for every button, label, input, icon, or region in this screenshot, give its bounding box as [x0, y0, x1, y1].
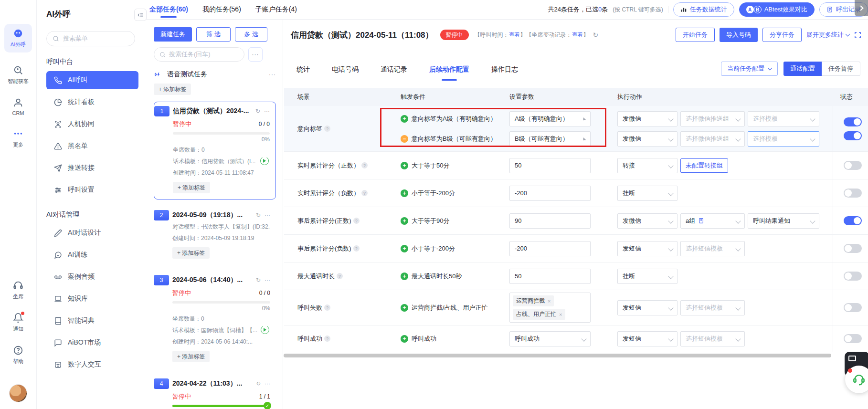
score-input[interactable]: [509, 186, 591, 201]
help-icon[interactable]: ?: [337, 273, 343, 279]
task-data-stats-button[interactable]: 任务数据统计: [673, 2, 734, 17]
sms-template-select[interactable]: 选择短信模板: [680, 241, 745, 256]
score-input[interactable]: [509, 158, 591, 173]
play-audio-button[interactable]: [260, 157, 269, 165]
row-toggle[interactable]: [844, 244, 862, 253]
corner-next-button[interactable]: [855, 0, 868, 16]
action-select[interactable]: 发微信: [617, 213, 677, 229]
sidebar-item-call-settings[interactable]: 呼叫设置: [46, 181, 138, 199]
card-refresh-icon[interactable]: ↻: [256, 212, 261, 219]
abtest-compare-button[interactable]: A B ABtest效果对比: [739, 2, 815, 17]
card-refresh-icon[interactable]: ↻: [256, 277, 261, 283]
tab-call-records[interactable]: 通话记录: [381, 65, 407, 81]
score-input[interactable]: [509, 213, 591, 229]
sms-template-select[interactable]: 选择短信模板: [680, 300, 745, 315]
action-select[interactable]: 挂断: [617, 186, 677, 201]
card-more-icon[interactable]: ···: [264, 108, 270, 115]
task-card[interactable]: 3 2024-05-06（14:40）... ↻ ··· 暂停中 0 / 0 0…: [154, 271, 276, 368]
sidebar-item-ai-training[interactable]: AI训练: [46, 246, 138, 264]
user-avatar[interactable]: [9, 384, 27, 402]
help-icon[interactable]: ?: [324, 304, 330, 311]
import-numbers-button[interactable]: 导入号码: [720, 28, 758, 42]
tab-all-tasks[interactable]: 全部任务(60): [149, 0, 188, 20]
action-select[interactable]: 发微信: [617, 131, 677, 147]
tab-statistics[interactable]: 统计: [296, 65, 310, 81]
help-icon[interactable]: ?: [324, 126, 330, 132]
rail-item-notifications[interactable]: 通知: [13, 313, 23, 333]
card-more-icon[interactable]: ···: [265, 212, 270, 219]
play-audio-button[interactable]: [261, 326, 269, 334]
task-card[interactable]: 1 信用贷款（测试）2024-... ↻ ··· 暂停中 0 / 0 0% 坐席…: [154, 102, 276, 199]
card-add-tag-button[interactable]: + 添加标签: [172, 247, 210, 259]
sidebar-item-push-transfer[interactable]: 推送转接: [46, 159, 138, 177]
row-toggle[interactable]: [844, 216, 862, 225]
new-task-button[interactable]: 新建任务: [154, 27, 192, 42]
fullscreen-icon[interactable]: [854, 31, 861, 39]
row-toggle[interactable]: [844, 334, 862, 343]
refresh-icon[interactable]: ↻: [593, 31, 599, 39]
tab-my-tasks[interactable]: 我的任务(56): [202, 0, 241, 20]
card-add-tag-button[interactable]: + 添加标签: [172, 351, 210, 362]
filter-button[interactable]: 筛 选: [196, 27, 231, 42]
current-task-config-button[interactable]: 当前任务配置: [721, 62, 778, 76]
rail-item-help[interactable]: 帮助: [13, 345, 23, 365]
sidebar-collapse-button[interactable]: [134, 9, 147, 21]
start-task-button[interactable]: 开始任务: [676, 28, 715, 42]
sms-template-select[interactable]: 选择短信模板: [680, 331, 745, 346]
sidebar-item-case-audio[interactable]: 案例音频: [46, 268, 138, 286]
sidebar-item-blacklist[interactable]: 黑名单: [46, 137, 138, 155]
score-input[interactable]: [509, 241, 591, 256]
tab-followup-actions[interactable]: 后续动作配置: [429, 65, 469, 81]
tab-subaccount-tasks[interactable]: 子账户任务(4): [255, 0, 297, 20]
remove-tag-icon[interactable]: ×: [559, 312, 562, 317]
rail-item-smart-leads[interactable]: 智能获客: [8, 65, 29, 85]
row-toggle[interactable]: [844, 131, 862, 140]
sidebar-item-aibot-market[interactable]: AiBOT市场: [46, 334, 138, 352]
card-more-icon[interactable]: ···: [265, 277, 270, 283]
action-select[interactable]: 发短信: [617, 241, 677, 256]
row-toggle[interactable]: [844, 303, 862, 312]
transfer-group-link[interactable]: 未配置转接组: [680, 158, 728, 173]
sidebar-item-knowledge-base[interactable]: 知识库: [46, 290, 138, 308]
expand-stats-button[interactable]: 展开更多统计: [806, 31, 849, 39]
view-call-time-link[interactable]: 查看: [509, 31, 520, 38]
task-search-input[interactable]: 搜索任务(回车): [154, 47, 244, 62]
task-group-header[interactable]: 语音测试任务 ···: [154, 70, 276, 79]
task-card[interactable]: 4 2024-04-22（11:03）... ↻ ··· 暂停中 1 / 1 ✓…: [154, 375, 276, 409]
duration-input[interactable]: [509, 269, 591, 284]
row-toggle[interactable]: [844, 272, 862, 281]
action-select[interactable]: 发微信: [617, 111, 677, 126]
success-param-select[interactable]: 呼叫成功: [509, 331, 591, 346]
sidebar-item-smart-dictionary[interactable]: 智能词典: [46, 312, 138, 330]
tab-phone-numbers[interactable]: 电话号码: [332, 65, 359, 81]
rail-item-agent[interactable]: 坐席: [13, 280, 23, 300]
call-config-button[interactable]: 通话配置: [783, 62, 822, 76]
rail-item-more[interactable]: 更多: [13, 128, 23, 148]
card-refresh-icon[interactable]: ↻: [255, 108, 260, 115]
card-more-icon[interactable]: ···: [265, 380, 270, 387]
notify-template-select[interactable]: 呼叫结果通知: [748, 213, 819, 229]
sidebar-search[interactable]: 搜索菜单: [46, 31, 135, 46]
help-icon[interactable]: ?: [361, 190, 368, 196]
remove-tag-icon[interactable]: ×: [548, 298, 550, 304]
group-select[interactable]: a组: [680, 213, 745, 229]
card-refresh-icon[interactable]: ↻: [256, 380, 261, 387]
card-add-tag-button[interactable]: + 添加标签: [173, 182, 210, 193]
horizontal-scrollbar[interactable]: [284, 354, 831, 357]
fail-reason-multiselect[interactable]: 运营商拦截× 占线、用户正忙×: [509, 293, 591, 323]
action-select[interactable]: 发短信: [617, 300, 677, 315]
sidebar-item-stats-board[interactable]: 统计看板: [46, 93, 138, 111]
row-toggle[interactable]: [844, 161, 862, 170]
action-select[interactable]: 挂断: [617, 269, 677, 284]
rail-item-crm[interactable]: CRM: [12, 97, 24, 116]
wechat-group-select[interactable]: 选择微信推送组: [680, 131, 745, 147]
help-icon[interactable]: ?: [361, 162, 368, 168]
action-select[interactable]: 发短信: [617, 331, 677, 346]
action-select[interactable]: 转接: [617, 158, 677, 173]
tab-operation-log[interactable]: 操作日志: [491, 65, 518, 81]
task-card[interactable]: 2 2024-05-09（19:18）... ↻ ··· 对话模型：书法数字人【…: [154, 206, 276, 264]
row-toggle[interactable]: [844, 189, 862, 198]
row-toggle[interactable]: [844, 117, 862, 126]
help-icon[interactable]: ?: [353, 218, 360, 224]
group-more-icon[interactable]: ···: [269, 71, 276, 78]
